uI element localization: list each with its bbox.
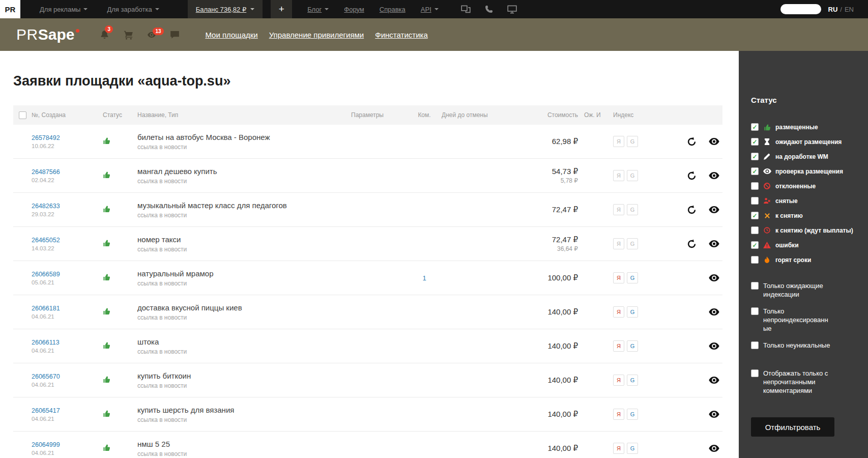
menu-for-ads[interactable]: Для рекламы: [40, 6, 88, 13]
request-id-link[interactable]: 26066113: [32, 339, 97, 346]
api-menu[interactable]: API: [421, 6, 439, 13]
request-id-link[interactable]: 26482633: [32, 203, 97, 210]
request-id-link[interactable]: 26066589: [32, 271, 97, 278]
extra-filter-item[interactable]: Только ожидающие индексации: [751, 281, 856, 299]
help-link[interactable]: Справка: [380, 6, 406, 13]
comments-link[interactable]: 1: [422, 274, 426, 282]
filter-checkbox[interactable]: [751, 341, 759, 349]
chat-icon[interactable]: [170, 30, 180, 39]
view-button[interactable]: [707, 237, 720, 250]
request-id-link[interactable]: 26065417: [32, 407, 97, 414]
refresh-button[interactable]: [685, 237, 698, 250]
status-filter-item[interactable]: размещенные: [751, 120, 856, 134]
google-index-button[interactable]: G: [627, 136, 638, 147]
view-button[interactable]: [707, 408, 720, 421]
filter-checkbox[interactable]: [751, 226, 759, 234]
request-id-link[interactable]: 26487566: [32, 168, 97, 176]
view-button[interactable]: [707, 305, 720, 319]
view-button[interactable]: [707, 442, 720, 455]
blog-link[interactable]: Блог: [307, 6, 329, 13]
filter-button[interactable]: Отфильтровать: [751, 417, 834, 437]
status-filter-item[interactable]: ошибки: [751, 238, 856, 252]
status-filter-item[interactable]: на доработке WM: [751, 149, 856, 164]
filter-checkbox[interactable]: [751, 256, 759, 264]
status-filter-item[interactable]: горят сроки: [751, 252, 856, 267]
nav-link-3[interactable]: Финстатистика: [375, 31, 428, 39]
add-funds-button[interactable]: +: [271, 0, 292, 18]
view-button[interactable]: [707, 271, 720, 284]
google-index-button[interactable]: G: [627, 375, 638, 386]
phone-icon[interactable]: [485, 5, 493, 13]
refresh-button[interactable]: [685, 169, 698, 182]
view-button[interactable]: [707, 203, 720, 216]
refresh-button[interactable]: [685, 135, 698, 148]
status-filter-item[interactable]: ожидают размещения: [751, 134, 856, 149]
yandex-index-button[interactable]: Я: [613, 443, 624, 454]
yandex-index-button[interactable]: Я: [613, 272, 624, 283]
filter-checkbox[interactable]: [751, 369, 759, 377]
status-filter-item[interactable]: к снятию: [751, 208, 856, 223]
yandex-index-button[interactable]: Я: [613, 238, 624, 249]
monitor-icon[interactable]: [507, 5, 517, 14]
status-filter-item[interactable]: отклоненные: [751, 179, 856, 193]
google-index-button[interactable]: G: [627, 238, 638, 249]
google-index-button[interactable]: G: [627, 443, 638, 454]
pr-logo[interactable]: PR: [0, 0, 20, 18]
status-filter-item[interactable]: проверка размещения: [751, 164, 856, 179]
appbar: PR Sape 313 Мои площадкиУправление приви…: [0, 18, 868, 51]
yandex-index-button[interactable]: Я: [613, 340, 624, 352]
eye-icon: [763, 168, 771, 174]
forum-link[interactable]: Форум: [344, 6, 364, 13]
status-filter-item[interactable]: снятые: [751, 193, 856, 208]
bell-icon[interactable]: 3: [100, 30, 109, 40]
request-id-link[interactable]: 26066181: [32, 305, 97, 312]
yandex-index-button[interactable]: Я: [613, 204, 624, 215]
yandex-index-button[interactable]: Я: [613, 409, 624, 420]
request-id-link[interactable]: 26065670: [32, 373, 97, 380]
nav-link-2[interactable]: Управление привилегиями: [269, 31, 364, 39]
filter-checkbox[interactable]: [751, 307, 759, 315]
eye-icon[interactable]: 13: [148, 32, 156, 38]
cart-icon[interactable]: [124, 30, 133, 40]
filter-checkbox[interactable]: [751, 182, 759, 190]
balance-dropdown[interactable]: Баланс 736,82 ₽: [188, 0, 263, 18]
filter-checkbox[interactable]: [751, 123, 759, 131]
extra-filter-item[interactable]: Только непроиндексированные: [751, 307, 856, 333]
user-pill[interactable]: [780, 4, 821, 14]
filter-checkbox[interactable]: [751, 212, 759, 219]
view-button[interactable]: [707, 339, 720, 353]
google-index-button[interactable]: G: [627, 204, 638, 215]
filter-checkbox[interactable]: [751, 167, 759, 175]
select-all-checkbox[interactable]: [19, 111, 26, 119]
request-id-link[interactable]: 26064999: [32, 441, 97, 448]
language-switcher[interactable]: RU / EN: [828, 6, 854, 13]
google-index-button[interactable]: G: [627, 306, 638, 318]
google-index-button[interactable]: G: [627, 409, 638, 420]
google-index-button[interactable]: G: [627, 340, 638, 352]
yandex-index-button[interactable]: Я: [613, 136, 624, 147]
menu-for-earning[interactable]: Для заработка: [107, 6, 159, 13]
google-index-button[interactable]: G: [627, 272, 638, 283]
request-id-link[interactable]: 26578492: [32, 134, 97, 141]
filter-checkbox[interactable]: [751, 138, 759, 146]
view-button[interactable]: [707, 135, 720, 148]
filter-checkbox[interactable]: [751, 282, 759, 290]
yandex-index-button[interactable]: Я: [613, 306, 624, 318]
refresh-button[interactable]: [685, 203, 698, 216]
view-button[interactable]: [707, 169, 720, 182]
yandex-index-button[interactable]: Я: [613, 375, 624, 386]
prsape-logo[interactable]: PR Sape: [16, 26, 79, 43]
windows-icon[interactable]: [461, 5, 471, 14]
unread-comments-filter[interactable]: Отображать только с непрочитанными комме…: [751, 369, 856, 395]
yandex-index-button[interactable]: Я: [613, 170, 624, 181]
lang-alt[interactable]: EN: [845, 6, 854, 13]
filter-checkbox[interactable]: [751, 197, 759, 205]
filter-checkbox[interactable]: [751, 241, 759, 249]
status-filter-item[interactable]: к снятию (ждут выплаты): [751, 223, 856, 238]
request-id-link[interactable]: 26465052: [32, 237, 97, 244]
google-index-button[interactable]: G: [627, 170, 638, 181]
nav-link-1[interactable]: Мои площадки: [205, 31, 257, 39]
filter-checkbox[interactable]: [751, 153, 759, 160]
view-button[interactable]: [707, 374, 720, 387]
extra-filter-item[interactable]: Только неуникальные: [751, 341, 856, 350]
